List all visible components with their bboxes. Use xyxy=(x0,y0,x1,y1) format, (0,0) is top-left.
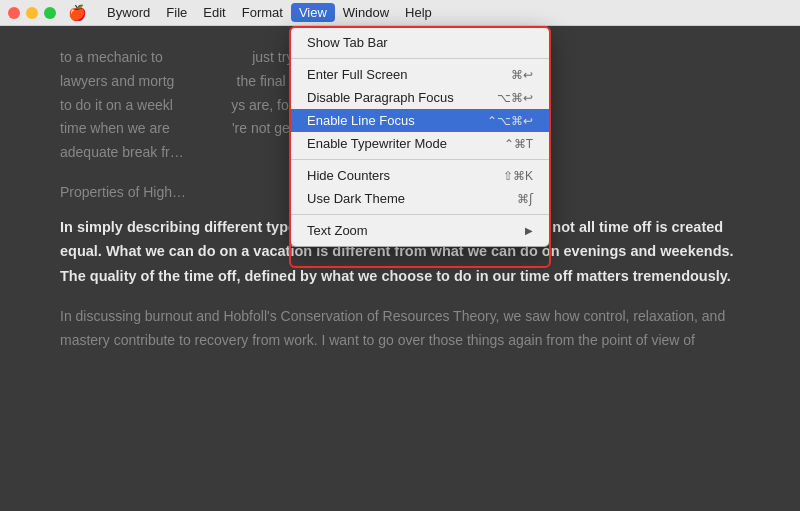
apple-menu[interactable]: 🍎 xyxy=(68,4,87,22)
menu-item-enter-full-screen[interactable]: Enter Full Screen ⌘↩ xyxy=(291,63,549,86)
menu-item-use-dark-theme[interactable]: Use Dark Theme ⌘ʃ xyxy=(291,187,549,210)
menubar: 🍎 Byword File Edit Format View Window He… xyxy=(0,0,800,26)
menu-separator-3 xyxy=(291,214,549,215)
menu-separator-2 xyxy=(291,159,549,160)
menu-item-hide-counters[interactable]: Hide Counters ⇧⌘K xyxy=(291,164,549,187)
menu-item-enable-typewriter-mode[interactable]: Enable Typewriter Mode ⌃⌘T xyxy=(291,132,549,155)
maximize-button[interactable] xyxy=(44,7,56,19)
menu-item-text-zoom[interactable]: Text Zoom ▶ xyxy=(291,219,549,242)
close-button[interactable] xyxy=(8,7,20,19)
menu-item-enable-line-focus[interactable]: Enable Line Focus ⌃⌥⌘↩ xyxy=(291,109,549,132)
menu-item-show-tab-bar[interactable]: Show Tab Bar xyxy=(291,31,549,54)
menubar-format[interactable]: Format xyxy=(234,3,291,22)
menubar-view[interactable]: View xyxy=(291,3,335,22)
menubar-help[interactable]: Help xyxy=(397,3,440,22)
traffic-lights xyxy=(8,7,56,19)
menubar-byword[interactable]: Byword xyxy=(99,3,158,22)
menu-item-disable-paragraph-focus[interactable]: Disable Paragraph Focus ⌥⌘↩ xyxy=(291,86,549,109)
menubar-edit[interactable]: Edit xyxy=(195,3,233,22)
menubar-file[interactable]: File xyxy=(158,3,195,22)
menubar-window[interactable]: Window xyxy=(335,3,397,22)
submenu-arrow-icon: ▶ xyxy=(525,225,533,236)
content-paragraph-light: In discussing burnout and Hobfoll's Cons… xyxy=(60,305,740,353)
menu-separator-1 xyxy=(291,58,549,59)
minimize-button[interactable] xyxy=(26,7,38,19)
view-menu-dropdown: Show Tab Bar Enter Full Screen ⌘↩ Disabl… xyxy=(290,26,550,247)
